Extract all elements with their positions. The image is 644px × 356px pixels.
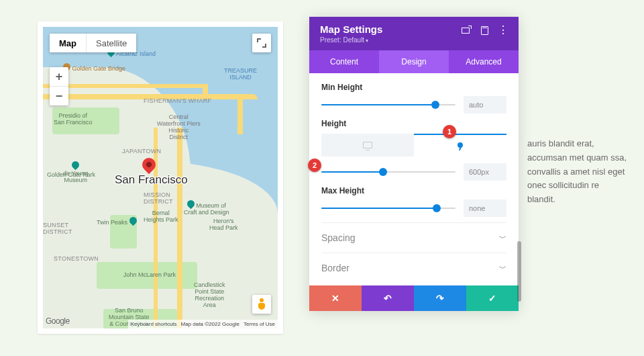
zoom-in-button[interactable]: + (50, 67, 68, 86)
poi-japantown: JAPANTOWN (122, 148, 161, 154)
pin-icon (457, 142, 464, 149)
poi-fishermans: FISHERMAN'S WHARF (144, 97, 211, 104)
height-tab-pin[interactable] (414, 134, 506, 157)
zoom-out-button[interactable]: − (50, 87, 68, 105)
min-height-slider[interactable] (321, 104, 455, 105)
panel-footer: ✕ ↶ ↷ ✓ (309, 285, 519, 311)
expand-icon[interactable] (461, 26, 470, 35)
google-logo: Google (46, 316, 70, 326)
more-options-icon[interactable]: ⋮ (498, 26, 508, 35)
fullscreen-button[interactable] (252, 34, 271, 52)
poi-treasure: TREASURE ISLAND (224, 67, 257, 81)
accordion-spacing[interactable]: Spacing ﹀ (321, 222, 506, 253)
zoom-control: + − (50, 67, 68, 105)
accordion-border[interactable]: Border ﹀ (321, 253, 506, 283)
min-height-label: Min Height (321, 83, 506, 92)
close-button[interactable]: ✕ (309, 285, 362, 311)
map-city-label: San Francisco (115, 173, 188, 187)
fullscreen-icon (257, 38, 266, 48)
panel-header: Map Settings Preset: Default ⋮ (309, 17, 519, 50)
poi-heron: Heron's Head Park (209, 218, 238, 232)
chevron-down-icon: ﹀ (499, 263, 506, 273)
panel-title: Map Settings (320, 24, 382, 35)
poi-stonestown: STONESTOWN (54, 255, 99, 262)
poi-central-piers: Central Waterfront Piers Historic Distri… (157, 114, 201, 141)
undo-button[interactable]: ↶ (362, 285, 414, 311)
panel-tabs: Content Design Advanced (309, 50, 519, 73)
chevron-down-icon: ﹀ (499, 233, 506, 243)
height-slider[interactable] (321, 171, 455, 173)
max-height-slider-thumb[interactable] (433, 204, 441, 212)
accordion-spacing-label: Spacing (321, 232, 356, 243)
save-button[interactable]: ✓ (466, 285, 519, 311)
max-height-slider[interactable] (321, 208, 455, 209)
poi-sunset: SUNSET DISTRICT (43, 222, 72, 235)
height-label: Height (321, 119, 506, 128)
height-device-tabs (321, 134, 506, 157)
poi-young: de Young Museum (63, 161, 89, 184)
height-input[interactable] (464, 163, 506, 181)
poi-golden-gate: Golden Gate Bridge (63, 63, 125, 73)
map-type-control: Map Satellite (50, 34, 136, 52)
map-module: Alcatraz Island TREASURE ISLAND Golden G… (38, 21, 283, 334)
keyboard-shortcuts-link[interactable]: Keyboard shortcuts (131, 321, 177, 327)
poi-presidio: Presidio of San Francisco (54, 113, 93, 126)
hint-badge-2: 2 (308, 159, 321, 172)
desktop-icon (363, 142, 372, 148)
map-settings-panel: Map Settings Preset: Default ⋮ Content D… (309, 17, 519, 311)
poi-mission: MISSION DISTRICT (144, 191, 173, 205)
terms-link[interactable]: Terms of Use (244, 321, 275, 327)
tab-design[interactable]: Design (379, 50, 449, 73)
responsive-icon[interactable] (480, 26, 489, 35)
poi-mclaren: John McLaren Park (123, 272, 176, 279)
map-type-map[interactable]: Map (50, 34, 86, 52)
tab-content[interactable]: Content (309, 50, 379, 73)
poi-candlestick: Candlestick Point State Recreation Area (194, 282, 225, 309)
max-height-input[interactable] (464, 199, 506, 217)
tab-advanced[interactable]: Advanced (449, 50, 519, 73)
panel-body: Min Height Height Max Height (309, 73, 519, 285)
map-attribution: Keyboard shortcuts Map data ©2022 Google… (128, 320, 278, 328)
page-body-text: auris blandit erat, accumsan met quam ss… (527, 137, 628, 207)
preset-dropdown[interactable]: Preset: Default (320, 36, 382, 44)
min-height-slider-thumb[interactable] (431, 101, 439, 109)
poi-bernal: Bernal Heights Park (144, 210, 178, 224)
poi-twin-peaks: Twin Peaks (97, 217, 137, 226)
redo-button[interactable]: ↷ (414, 285, 466, 311)
poi-craft: Museum of Craft and Design (184, 200, 229, 216)
map-canvas[interactable]: Alcatraz Island TREASURE ISLAND Golden G… (43, 27, 278, 328)
height-tab-desktop[interactable] (321, 134, 414, 157)
hint-badge-1: 1 (443, 125, 456, 138)
pegman-icon (258, 298, 266, 310)
map-copyright: Map data ©2022 Google (181, 321, 239, 327)
streetview-pegman[interactable] (252, 295, 271, 314)
max-height-label: Max Height (321, 186, 506, 195)
height-slider-thumb[interactable] (379, 168, 387, 176)
map-type-satellite[interactable]: Satellite (87, 34, 136, 52)
accordion-border-label: Border (321, 263, 350, 273)
min-height-input[interactable] (464, 96, 506, 114)
